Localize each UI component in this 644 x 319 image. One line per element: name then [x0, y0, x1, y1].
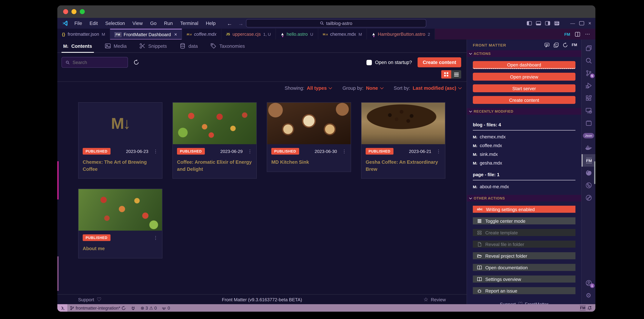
card-menu-icon[interactable]: ⋮ [246, 149, 252, 154]
menu-edit[interactable]: Edit [86, 21, 102, 26]
git-graph-icon[interactable] [582, 192, 596, 204]
toggle-primary-sidebar-icon[interactable] [527, 21, 532, 25]
settings-overview-button[interactable]: Settings overview [473, 276, 576, 282]
menu-selection[interactable]: Selection [102, 21, 129, 26]
menu-file[interactable]: File [71, 21, 86, 26]
minimize-window-button[interactable] [72, 9, 76, 14]
tab-contents[interactable]: M↓ Contents [63, 40, 92, 52]
problems-indicator[interactable]: ⊗ 3 ⚠ 0 [138, 304, 159, 312]
pages-icon[interactable] [554, 42, 559, 48]
menu-view[interactable]: View [129, 21, 146, 26]
toggle-panel-icon[interactable] [536, 21, 541, 25]
tab-uppercase-cjs[interactable]: JS uppercase.cjs 1, U [221, 29, 276, 40]
tab-frontmatter-json[interactable]: {} frontmatter.json M [57, 29, 110, 40]
ports-indicator[interactable] [128, 304, 138, 312]
scrollbar[interactable] [594, 161, 596, 184]
remote-explorer-icon[interactable] [582, 104, 596, 117]
command-center-search[interactable]: tailblog-astro [246, 19, 426, 28]
writing-settings-button[interactable]: abc Writing settings enabled [473, 206, 576, 213]
open-preview-button[interactable]: Open preview [473, 73, 576, 80]
extensions-icon[interactable] [582, 92, 596, 104]
create-content-button[interactable]: Create content [473, 96, 576, 104]
port-forward-indicator[interactable]: 0 [159, 304, 172, 312]
recent-file-coffee[interactable]: M↓coffee.mdx [473, 143, 576, 148]
edge-browser-icon[interactable] [582, 167, 596, 179]
section-recently-modified[interactable]: RECENTLY MODIFIED [467, 108, 581, 115]
zoom-window-button[interactable] [80, 9, 85, 14]
content-card-md-kitchen-sink[interactable]: PUBLISHED 2023-06-30 ⋮ MD Kitchen Sink [267, 102, 351, 172]
go-back-icon[interactable]: ← [227, 20, 232, 26]
report-issue-button[interactable]: Report an issue [473, 287, 576, 294]
list-view-button[interactable] [451, 70, 461, 78]
docker-icon[interactable] [582, 142, 596, 154]
vm-minimize-icon[interactable]: — [570, 21, 575, 26]
open-on-startup-checkbox[interactable] [366, 60, 372, 65]
start-server-button[interactable]: Start server [473, 84, 576, 92]
content-card-gesha[interactable]: PUBLISHED 2023-06-21 ⋮ Gesha Coffee: An … [361, 102, 446, 179]
refresh-icon[interactable] [133, 60, 139, 65]
settings-gear-icon[interactable]: ⚙ [582, 289, 596, 302]
section-other-actions[interactable]: OTHER ACTIONS [467, 195, 581, 202]
more-actions-icon[interactable]: ⋯ [585, 31, 590, 37]
tab-taxonomies[interactable]: Taxonomies [210, 40, 245, 52]
menu-help[interactable]: Help [202, 21, 220, 26]
explorer-icon[interactable] [582, 42, 596, 54]
search-input[interactable] [72, 60, 124, 65]
card-menu-icon[interactable]: ⋮ [340, 149, 346, 154]
tab-chemex-mdx[interactable]: M↓x chemex.mdx M [318, 29, 367, 40]
reveal-project-folder-button[interactable]: Reveal project folder [473, 252, 576, 259]
tab-media[interactable]: Media [104, 40, 127, 52]
remote-indicator[interactable] [57, 304, 67, 312]
json-tools-icon[interactable]: Json [582, 129, 596, 142]
search-icon[interactable] [582, 54, 596, 67]
tab-hello-astro[interactable]: ▲▼ hello.astro U [276, 29, 318, 40]
menu-run[interactable]: Run [160, 21, 176, 26]
go-forward-icon[interactable]: → [238, 20, 244, 26]
content-card-chemex[interactable]: M↓ PUBLISHED 2023-06-23 ⋮ Chemex: The Ar… [78, 102, 162, 179]
content-search[interactable] [62, 57, 128, 68]
close-window-button[interactable] [63, 9, 68, 14]
recent-file-chemex[interactable]: M↓chemex.mdx [473, 134, 576, 139]
frontmatter-status-icon[interactable]: FM [580, 306, 586, 310]
account-icon[interactable]: 1 [582, 277, 596, 289]
run-debug-icon[interactable] [582, 79, 596, 92]
recent-file-sink[interactable]: M↓sink.mdx [473, 152, 576, 157]
card-menu-icon[interactable]: ⋮ [152, 149, 158, 154]
bell-icon[interactable] [587, 306, 592, 310]
content-card-coffee[interactable]: PUBLISHED 2023-06-29 ⋮ Coffee: Aromatic … [172, 102, 257, 179]
vm-maximize-icon[interactable] [579, 21, 584, 25]
toggle-secondary-sidebar-icon[interactable] [545, 21, 550, 25]
recent-file-gesha[interactable]: M↓gesha.mdx [473, 160, 576, 166]
calendar-icon[interactable] [582, 117, 596, 129]
filter-showing[interactable]: Showing: All types [284, 86, 332, 90]
tab-data[interactable]: data [179, 40, 198, 52]
feedback-icon[interactable] [544, 42, 550, 48]
branch-indicator[interactable]: frontmatter-integration* [67, 304, 128, 312]
split-editor-icon[interactable] [575, 32, 580, 36]
refresh-icon[interactable] [562, 42, 568, 48]
recent-file-about-me[interactable]: M↓about-me.mdx [473, 184, 576, 189]
customize-layout-icon[interactable] [554, 21, 560, 25]
frontmatter-activity-icon[interactable]: FM [582, 154, 596, 167]
tab-frontmatter-dashboard[interactable]: FM FrontMatter Dashboard × [110, 29, 182, 40]
grid-view-button[interactable] [441, 70, 451, 78]
create-content-button[interactable]: Create content [418, 57, 461, 67]
gitlens-icon[interactable] [582, 179, 596, 192]
open-dashboard-button[interactable]: Open dashboard [473, 61, 576, 69]
vm-close-icon[interactable]: × [588, 20, 591, 26]
section-actions[interactable]: ACTIONS [467, 50, 581, 57]
content-card-about-me[interactable]: PUBLISHED ⋮ About me [78, 189, 162, 258]
close-tab-icon[interactable]: × [174, 32, 177, 38]
source-control-icon[interactable]: 5 [582, 67, 596, 79]
menu-go[interactable]: Go [146, 21, 160, 26]
tab-coffee-mdx[interactable]: M↓x coffee.mdx [182, 29, 222, 40]
card-menu-icon[interactable]: ⋮ [152, 235, 158, 240]
tab-snippets[interactable]: Snippets [139, 40, 167, 52]
toggle-center-mode-button[interactable]: Toggle center mode [473, 217, 576, 224]
tab-hamburgerbutton-astro[interactable]: ▲▼ HamburgerButton.astro 2 [367, 29, 435, 40]
card-menu-icon[interactable]: ⋮ [434, 149, 441, 154]
filter-group-by[interactable]: Group by: None [342, 86, 383, 90]
filter-sort-by[interactable]: Sort by: Last modified (asc) [394, 86, 461, 90]
open-documentation-button[interactable]: Open documentation [473, 264, 576, 271]
menu-terminal[interactable]: Terminal [176, 21, 202, 26]
